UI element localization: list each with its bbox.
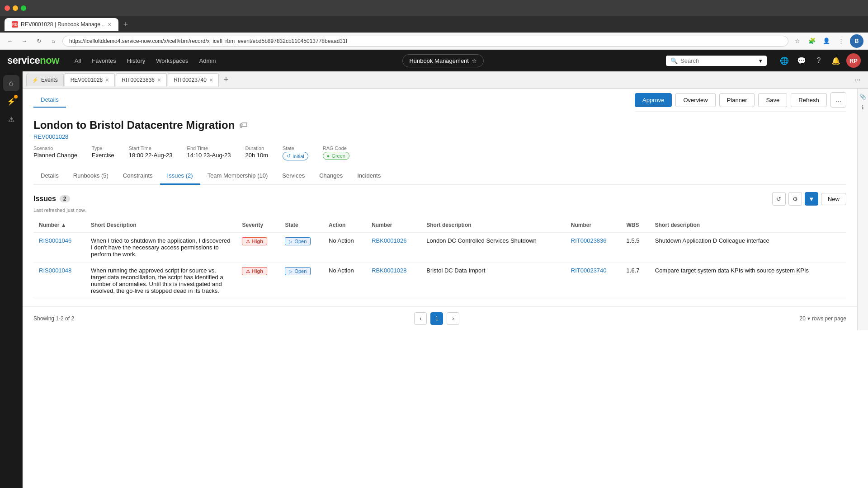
record-header: London to Bristol Datacentre Migration 🏷… <box>23 112 857 185</box>
sub-tab-details[interactable]: Details <box>33 93 66 108</box>
issue-number-link[interactable]: RIS0001048 <box>39 267 71 274</box>
rows-per-page-dropdown-icon[interactable]: ▾ <box>807 315 810 322</box>
search-box[interactable]: 🔍 ▾ <box>666 56 767 66</box>
chat-icon[interactable]: 💬 <box>795 54 808 67</box>
row-wbs: 1.6.7 <box>621 263 650 299</box>
tab-rit23836[interactable]: RIT00023836 × <box>116 73 167 86</box>
issue-number-link[interactable]: RIS0001046 <box>39 237 71 244</box>
prev-page-btn[interactable]: ‹ <box>414 312 427 325</box>
right-sidebar-info-icon[interactable]: ℹ <box>859 103 868 112</box>
pagination-info: Showing 1-2 of 2 <box>33 315 74 322</box>
reload-btn[interactable]: ↻ <box>33 36 44 47</box>
more-button[interactable]: ... <box>830 92 846 108</box>
record-number[interactable]: REV0001028 <box>33 133 846 140</box>
meta-scenario-value: Planned Change <box>33 152 77 159</box>
extension-btn[interactable]: 🧩 <box>807 36 817 47</box>
col-severity: Severity <box>236 218 279 232</box>
severity-badge: High <box>242 237 267 245</box>
tab-incidents[interactable]: Incidents <box>350 168 388 185</box>
meta-dur-value: 20h 10m <box>245 152 268 159</box>
sidebar-home-icon[interactable]: ⌂ <box>3 75 19 91</box>
globe-icon[interactable]: 🌐 <box>778 54 791 67</box>
tab-rit23740-close[interactable]: × <box>209 76 213 84</box>
tab-details[interactable]: Details <box>33 168 66 185</box>
new-tab-btn[interactable]: + <box>120 19 131 30</box>
nav-history[interactable]: History <box>123 55 150 67</box>
tab-rev0001028[interactable]: REV0001028 × <box>65 73 115 86</box>
page-1-btn[interactable]: 1 <box>430 312 443 325</box>
meta-type-label: Type <box>92 145 114 151</box>
new-issue-btn[interactable]: New <box>821 193 846 205</box>
refresh-list-btn[interactable]: ↺ <box>772 192 786 206</box>
runbook-link[interactable]: RBK0001026 <box>372 237 406 244</box>
row-rit-desc: Compare target system data KPIs with sou… <box>650 263 846 299</box>
planner-button[interactable]: Planner <box>719 93 755 107</box>
app-layout: ⌂ ⚡ ⚠ ⚡ Events REV0001028 × RIT00023836 … <box>0 71 868 488</box>
row-short-desc: When I tried to shutdown the application… <box>85 232 236 263</box>
rit-link[interactable]: RIT00023740 <box>571 267 607 274</box>
row-severity: High <box>236 232 279 263</box>
nav-admin[interactable]: Admin <box>195 55 221 67</box>
home-btn[interactable]: ⌂ <box>48 36 59 47</box>
nav-center: Runbook Management ☆ <box>227 54 659 67</box>
tab-issues[interactable]: Issues (2) <box>160 168 200 185</box>
star-btn[interactable]: ☆ <box>792 36 803 47</box>
nav-favorites[interactable]: Favorites <box>87 55 120 67</box>
app-badge-label: Runbook Management <box>409 57 469 64</box>
tab-rit23836-close[interactable]: × <box>157 76 161 84</box>
tab-rit23740-label: RIT00023740 <box>174 77 207 83</box>
tab-rit23740[interactable]: RIT00023740 × <box>168 73 219 86</box>
save-button[interactable]: Save <box>758 93 787 107</box>
state-badge: Open <box>285 267 311 275</box>
search-input[interactable] <box>680 57 756 64</box>
nav-all[interactable]: All <box>70 55 85 67</box>
profile-btn[interactable]: 👤 <box>821 36 832 47</box>
sn-logo: servicenow <box>7 55 59 66</box>
rit-link[interactable]: RIT00023836 <box>571 237 607 244</box>
nav-workspaces[interactable]: Workspaces <box>151 55 193 67</box>
browser-profile-avatar[interactable]: B <box>850 34 863 48</box>
right-sidebar-attach-icon[interactable]: 📎 <box>859 92 868 101</box>
col-state: State <box>279 218 323 232</box>
browser-tab-active[interactable]: RB REV0001028 | Runbook Manage... × <box>5 18 118 31</box>
next-page-btn[interactable]: › <box>447 312 459 325</box>
col-short-desc: Short Description <box>85 218 236 232</box>
col-rit-desc: Short description <box>650 218 846 232</box>
overview-button[interactable]: Overview <box>675 93 715 107</box>
tab-events[interactable]: ⚡ Events <box>26 74 64 86</box>
user-avatar[interactable]: RP <box>846 53 861 68</box>
tab-changes[interactable]: Changes <box>312 168 350 185</box>
tab-team-membership[interactable]: Team Membership (10) <box>200 168 275 185</box>
help-icon[interactable]: ? <box>812 54 826 67</box>
tab-services[interactable]: Services <box>275 168 312 185</box>
left-sidebar: ⌂ ⚡ ⚠ <box>0 71 23 488</box>
filter-list-btn[interactable]: ▼ <box>805 192 818 206</box>
meta-state-label: State <box>283 145 308 151</box>
tab-rit23836-label: RIT00023836 <box>122 77 155 83</box>
issues-title: Issues 2 <box>33 195 70 203</box>
tab-close-btn[interactable]: × <box>108 21 111 28</box>
meta-scenario: Scenario Planned Change <box>33 145 77 160</box>
approve-button[interactable]: Approve <box>635 93 672 107</box>
bell-icon[interactable]: 🔔 <box>829 54 843 67</box>
app-badge[interactable]: Runbook Management ☆ <box>402 54 484 67</box>
col-runbook-desc: Short description <box>421 218 566 232</box>
rag-icon: ● <box>327 153 330 159</box>
back-btn[interactable]: ← <box>5 36 15 47</box>
tag-icon[interactable]: 🏷 <box>239 121 247 130</box>
runbook-link[interactable]: RBK0001028 <box>372 267 406 274</box>
sidebar-alert-icon[interactable]: ⚠ <box>3 111 19 127</box>
meta-start-value: 18:00 22-Aug-23 <box>129 152 173 159</box>
tab-runbooks[interactable]: Runbooks (5) <box>66 168 116 185</box>
more-btn[interactable]: ⋮ <box>835 36 846 47</box>
tab-rev-close[interactable]: × <box>105 76 109 84</box>
tab-constraints[interactable]: Constraints <box>116 168 160 185</box>
add-tab-btn[interactable]: + <box>220 74 232 86</box>
search-dropdown-icon[interactable]: ▾ <box>759 57 762 64</box>
url-bar[interactable]: https://icefloltddemo4.service-now.com/x… <box>62 36 788 47</box>
settings-list-btn[interactable]: ⚙ <box>788 192 802 206</box>
refresh-button[interactable]: Refresh <box>791 93 827 107</box>
sidebar-events-icon[interactable]: ⚡ <box>3 93 19 109</box>
forward-btn[interactable]: → <box>19 36 30 47</box>
tab-overflow-btn[interactable]: ⋯ <box>851 76 864 83</box>
